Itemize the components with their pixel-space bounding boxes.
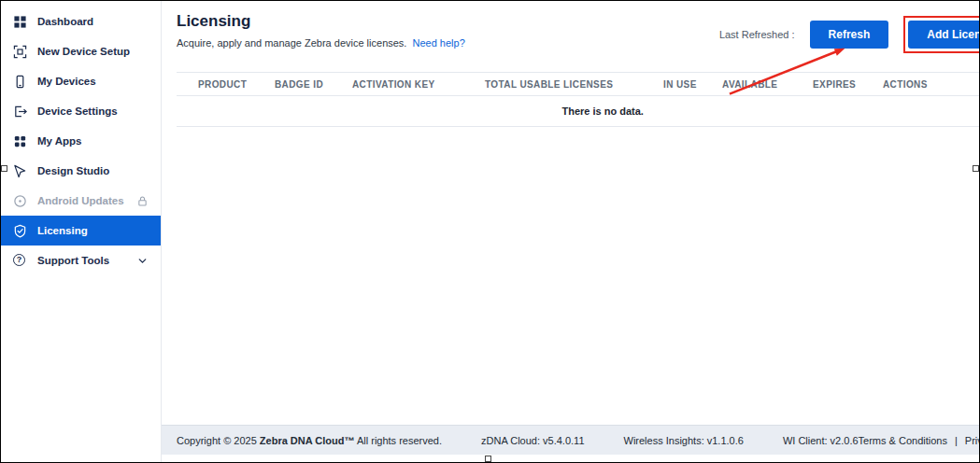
wi-client-version: WI Client: v2.0.6 xyxy=(783,435,859,446)
add-license-button[interactable]: Add License(s) xyxy=(908,21,980,49)
device-settings-icon xyxy=(13,105,27,119)
resize-handle-bottom xyxy=(485,456,491,462)
lock-icon xyxy=(136,195,149,207)
column-header-badge-id: BADGE ID xyxy=(275,79,352,90)
main-content: Licensing Acquire, apply and manage Zebr… xyxy=(162,1,980,462)
sidebar-item-device-settings[interactable]: Device Settings xyxy=(1,96,161,126)
zdna-version: zDNA Cloud: v5.4.0.11 xyxy=(481,435,584,446)
column-header-total-usable-licenses: TOTAL USABLE LICENSES xyxy=(485,79,663,90)
sidebar-item-support-tools[interactable]: ? Support Tools xyxy=(1,246,161,275)
sidebar-item-dashboard[interactable]: Dashboard xyxy=(1,7,161,36)
sidebar-item-label: My Apps xyxy=(37,135,82,147)
sidebar-item-label: New Device Setup xyxy=(37,46,130,57)
android-updates-icon xyxy=(13,194,27,208)
sidebar-item-label: Device Settings xyxy=(37,105,118,117)
resize-handle-right xyxy=(973,165,979,172)
sidebar-item-new-device-setup[interactable]: New Device Setup xyxy=(1,36,161,66)
sidebar-item-design-studio[interactable]: Design Studio xyxy=(1,156,161,186)
sidebar-item-my-apps[interactable]: My Apps xyxy=(1,126,161,156)
table-empty-message: There is no data. xyxy=(177,96,980,127)
terms-link[interactable]: Terms & Conditions xyxy=(859,435,947,446)
sidebar-item-label: Android Updates xyxy=(37,195,124,206)
refresh-button[interactable]: Refresh xyxy=(810,21,889,49)
design-studio-icon xyxy=(13,164,27,178)
wireless-insights-version: Wireless Insights: v1.1.0.6 xyxy=(624,435,744,446)
copyright-text: Copyright © 2025 Zebra DNA Cloud™ All ri… xyxy=(177,435,442,446)
column-header-product: PRODUCT xyxy=(198,79,275,90)
sidebar-item-label: My Devices xyxy=(37,76,96,87)
links-separator: | xyxy=(955,435,958,446)
column-header-available: AVAILABLE xyxy=(722,79,813,90)
sidebar-item-label: Dashboard xyxy=(37,16,93,27)
resize-handle-left xyxy=(1,165,7,172)
license-table: PRODUCT BADGE ID ACTIVATION KEY TOTAL US… xyxy=(177,72,980,425)
privacy-policy-link[interactable]: Privacy Policy xyxy=(965,435,980,446)
sidebar-item-my-devices[interactable]: My Devices xyxy=(1,66,161,96)
chevron-down-icon xyxy=(136,255,149,267)
page-title: Licensing xyxy=(177,12,465,31)
brand-name: Zebra DNA Cloud™ xyxy=(260,435,355,446)
dashboard-icon xyxy=(13,15,27,29)
sidebar-item-label: Licensing xyxy=(37,225,88,236)
sidebar-item-label: Design Studio xyxy=(37,165,109,176)
support-tools-icon: ? xyxy=(13,254,27,268)
column-header-activation-key: ACTIVATION KEY xyxy=(352,79,485,90)
page-header: Licensing Acquire, apply and manage Zebr… xyxy=(162,1,980,53)
column-header-expires: EXPIRES xyxy=(813,79,883,90)
sidebar-item-licensing[interactable]: Licensing xyxy=(1,216,161,246)
column-header-actions: ACTIONS xyxy=(883,79,980,90)
sidebar: Dashboard New Device Setup My Devices De… xyxy=(1,1,162,462)
footer: Copyright © 2025 Zebra DNA Cloud™ All ri… xyxy=(162,425,980,455)
annotation-highlight-box: Add License(s) xyxy=(903,16,980,53)
my-apps-icon xyxy=(13,134,27,148)
new-device-setup-icon xyxy=(13,45,27,59)
need-help-link[interactable]: Need help? xyxy=(412,37,464,49)
licensing-icon xyxy=(13,224,27,238)
last-refreshed-label: Last Refreshed : xyxy=(719,29,795,40)
app-window: Dashboard New Device Setup My Devices De… xyxy=(0,0,980,463)
sidebar-item-label: Support Tools xyxy=(37,255,109,266)
sidebar-item-android-updates: Android Updates xyxy=(1,186,161,216)
subtitle-text: Acquire, apply and manage Zebra device l… xyxy=(177,37,406,49)
table-header-row: PRODUCT BADGE ID ACTIVATION KEY TOTAL US… xyxy=(177,72,980,96)
page-subtitle: Acquire, apply and manage Zebra device l… xyxy=(177,37,465,49)
my-devices-icon xyxy=(13,75,27,89)
column-header-in-use: IN USE xyxy=(663,79,722,90)
